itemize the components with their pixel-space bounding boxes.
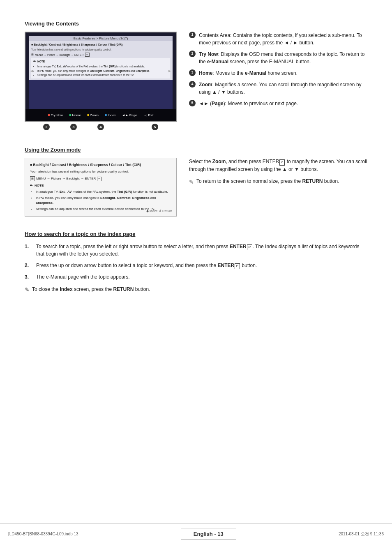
- index-note-text: To close the Index screen, press the RET…: [32, 286, 150, 292]
- screen-note-item-1: In analogue TV, Ext., AV modes of the PA…: [37, 65, 168, 68]
- footer-right: 2011-03-01 오전 9:11:36: [339, 531, 384, 537]
- desc-text-4: Zoom: Magnifies a screen. You can scroll…: [199, 81, 367, 96]
- label-5: 5: [152, 124, 158, 130]
- zoom-section: ■ Backlight / Contrast / Brightness / Sh…: [25, 158, 367, 217]
- desc-text-2: Try Now: Displays the OSD menu that corr…: [199, 51, 367, 65]
- index-steps: 1. To search for a topic, press the left…: [25, 243, 367, 281]
- zoom-label: Zoom: [90, 113, 98, 117]
- desc-num-3: 3: [189, 69, 196, 76]
- tv-btn-page: ◄► Page: [122, 113, 137, 117]
- tv-btn-try-now: ■ Try Now: [48, 113, 63, 117]
- zoom-panel-note-list: In analogue TV, Ext., AV modes of the PA…: [30, 189, 171, 212]
- tv-btn-zoom: ■ Zoom: [87, 113, 99, 117]
- try-now-icon: ■: [48, 113, 50, 117]
- desc-item-3: 3 Home: Moves to the e-Manual home scree…: [189, 69, 367, 77]
- screen-arrow-left: ◄: [30, 69, 34, 73]
- desc-num-5: 5: [189, 100, 196, 106]
- index-step-1: 1. To search for a topic, press the left…: [25, 243, 367, 258]
- zoom-panel-menu: ⊞ MENU → Picture → Backlight → ENTER ↵: [30, 176, 171, 182]
- zoom-desc-text: Select the Zoom, and then press ENTER↵ t…: [189, 158, 367, 173]
- tv-btn-index: ■ Index: [105, 113, 116, 117]
- page-footer: [LD450-BT]BN68-03394G-L09.indb 13 Englis…: [0, 523, 392, 544]
- desc-text-3: Home: Moves to the e-Manual home screen.: [199, 69, 297, 77]
- screen-note-item-3: Settings can be adjusted and stored for …: [37, 73, 168, 77]
- screen-menu-content: ■ Backlight / Contrast / Brightness / Sh…: [29, 41, 173, 80]
- page-number-box: English - 13: [181, 528, 236, 540]
- desc-item-2: 2 Try Now: Displays the OSD menu that co…: [189, 51, 367, 65]
- screen-menu-nav: ⊞ MENU → Picture → Backlight → ENTER ↵: [31, 53, 170, 57]
- step-num-1: 1.: [25, 243, 33, 258]
- zoom-note-item-2: In PC mode, you can only make changes to…: [36, 196, 171, 205]
- label-3: 3: [70, 124, 77, 130]
- page-arrow-icon: ◄►: [122, 113, 129, 117]
- try-now-label: Try Now: [51, 113, 63, 117]
- home-label: Home: [72, 113, 81, 117]
- tv-screen: Basic Features > Picture Menu (3/17) ■ B…: [25, 32, 177, 122]
- index-title: How to search for a topic on the index p…: [25, 231, 367, 237]
- screen-menu-bar: Basic Features > Picture Menu (3/17): [29, 36, 173, 41]
- section-title-zoom: Using the Zoom mode: [25, 147, 367, 153]
- index-section: How to search for a topic on the index p…: [25, 231, 367, 293]
- home-icon: ■: [69, 113, 71, 117]
- index-step-2: 2. Press the up or down arrow button to …: [25, 262, 367, 269]
- page-label: Page: [129, 113, 137, 117]
- zoom-tip-text: To return to the screen to normal size, …: [196, 177, 339, 185]
- zoom-note-item-1: In analogue TV, Ext., AV modes of the PA…: [36, 189, 171, 194]
- tv-btn-home: ■ Home: [69, 113, 81, 117]
- desc-num-2: 2: [189, 51, 196, 57]
- screen-arrow-right: ►: [168, 69, 172, 73]
- tv-bottom-bar: ■ Try Now ■ Home ■ Zoom ■: [25, 109, 176, 121]
- label-4: 4: [97, 124, 104, 130]
- desc-item-1: 1 Contents Area: Contains the topic cont…: [189, 32, 367, 46]
- step-num-2: 2.: [25, 262, 33, 269]
- tv-wrapper: Basic Features > Picture Menu (3/17) ■ B…: [25, 32, 177, 130]
- viewing-descriptions: 1 Contents Area: Contains the topic cont…: [189, 32, 367, 130]
- zoom-panel-subtitle: Your television has several setting opti…: [30, 169, 171, 174]
- step-text-1: To search for a topic, press the left or…: [36, 243, 367, 258]
- footer-left: [LD450-BT]BN68-03394G-L09.indb 13: [8, 532, 78, 536]
- desc-num-1: 1: [189, 32, 196, 38]
- desc-text-5: ◄► (Page): Moves to previous or next pag…: [199, 100, 298, 107]
- zoom-panel-footer: ◆ Move ↺ Return: [146, 209, 172, 214]
- desc-item-5: 5 ◄► (Page): Moves to previous or next p…: [189, 100, 367, 107]
- zoom-panel-note-header: ✏ NOTE: [30, 183, 171, 188]
- index-note-icon: ✎: [25, 286, 30, 293]
- screen-menu-item: ■ Backlight / Contrast / Brightness / Sh…: [31, 43, 170, 47]
- exit-arrow-icon: →|: [143, 113, 147, 117]
- index-step-3: 3. The e-Manual page with the topic appe…: [25, 273, 367, 281]
- viewing-contents-section: Basic Features > Picture Menu (3/17) ■ B…: [25, 32, 367, 130]
- step-text-3: The e-Manual page with the topic appears…: [36, 273, 129, 281]
- desc-text-1: Contents Area: Contains the topic conten…: [199, 32, 367, 46]
- section-title-viewing: Viewing the Contents: [25, 21, 367, 27]
- zoom-panel: ■ Backlight / Contrast / Brightness / Sh…: [25, 158, 177, 217]
- tv-screen-container: Basic Features > Picture Menu (3/17) ■ B…: [25, 32, 177, 130]
- index-note: ✎ To close the Index screen, press the R…: [25, 286, 367, 293]
- label-2: 2: [43, 124, 50, 130]
- screen-note-section: ✏ NOTE In analogue TV, Ext., AV modes of…: [31, 58, 170, 78]
- exit-label: Exit: [148, 113, 153, 117]
- screen-note-item-2: In PC mode, you can only make changes to…: [37, 69, 168, 73]
- zoom-icon: ■: [87, 113, 89, 117]
- zoom-panel-title: ■ Backlight / Contrast / Brightness / Sh…: [30, 162, 171, 168]
- footer-center: English - 13: [181, 528, 236, 540]
- desc-item-4: 4 Zoom: Magnifies a screen. You can scro…: [189, 81, 367, 96]
- step-text-2: Press the up or down arrow button to sel…: [36, 262, 257, 269]
- note-tip-icon: ✎: [189, 177, 194, 187]
- screen-num-labels: 2 3 4 5: [25, 124, 177, 130]
- zoom-note-tip: ✎ To return to the screen to normal size…: [189, 177, 367, 187]
- tv-screen-inner: Basic Features > Picture Menu (3/17) ■ B…: [29, 36, 173, 109]
- desc-num-4: 4: [189, 81, 196, 88]
- tv-btn-exit: →| Exit: [143, 113, 153, 117]
- index-icon: ■: [105, 113, 107, 117]
- screen-menu-sub: Your television has several setting opti…: [31, 48, 170, 51]
- index-label: Index: [108, 113, 116, 117]
- zoom-description: Select the Zoom, and then press ENTER↵ t…: [189, 158, 367, 217]
- step-num-3: 3.: [25, 273, 33, 281]
